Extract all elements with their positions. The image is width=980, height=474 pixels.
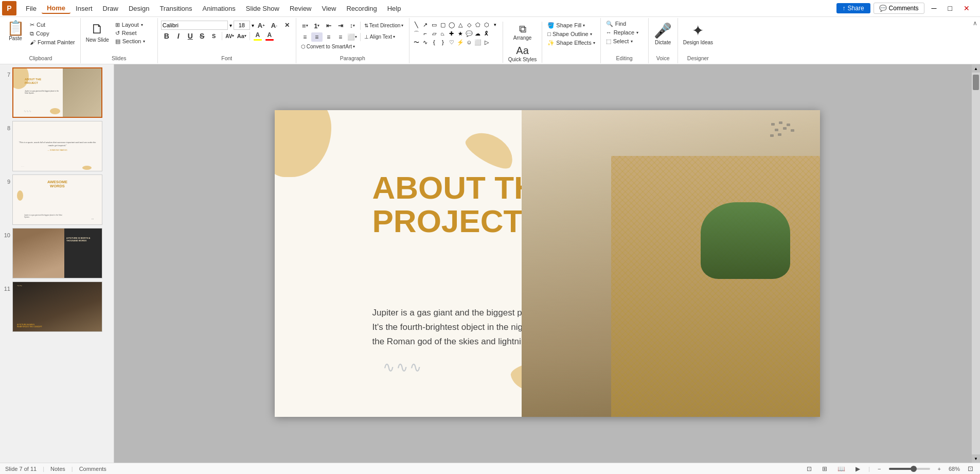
- increase-font-button[interactable]: A+: [256, 21, 267, 30]
- shape-lightning[interactable]: ⚡: [456, 38, 465, 46]
- font-case-button[interactable]: Aa▾: [236, 31, 247, 41]
- shape-diamond[interactable]: ◇: [465, 21, 473, 29]
- shape-fill-button[interactable]: 🪣 Shape Fill ▾: [545, 22, 597, 29]
- shape-effects-button[interactable]: ✨ Shape Effects ▾: [545, 39, 597, 47]
- shape-flowchart[interactable]: ⬜: [474, 38, 482, 46]
- maximize-button[interactable]: □: [944, 3, 956, 13]
- menu-review[interactable]: Review: [284, 4, 317, 13]
- font-name-input[interactable]: [161, 21, 228, 30]
- slideshow-view-button[interactable]: ▶: [853, 464, 862, 473]
- slide-thumb-10[interactable]: 10 A PICTURE IS WORTH A THOUSAND WORDS: [2, 228, 112, 278]
- shape-star[interactable]: ★: [456, 29, 465, 38]
- line-spacing-button[interactable]: ↕▾: [347, 21, 358, 30]
- replace-button[interactable]: ↔ Replace ▾: [604, 29, 645, 37]
- fit-slide-button[interactable]: ⊡: [966, 465, 975, 472]
- comments-count[interactable]: Comments: [79, 466, 106, 472]
- shape-rect[interactable]: ▭: [430, 21, 438, 29]
- shape-freeform[interactable]: 〜: [413, 38, 421, 46]
- shape-hexagon[interactable]: ⬡: [483, 21, 491, 29]
- scroll-down-button[interactable]: ▼: [972, 454, 980, 463]
- decrease-font-button[interactable]: A-: [269, 21, 280, 30]
- reset-button[interactable]: ↺ Reset: [113, 29, 154, 37]
- shape-parallelogram[interactable]: ▱: [430, 29, 438, 38]
- align-text-button[interactable]: ⊥ Align Text ▾: [363, 33, 397, 41]
- shape-outline-button[interactable]: □ Shape Outline ▾: [545, 30, 597, 38]
- slide-preview-10[interactable]: A PICTURE IS WORTH A THOUSAND WORDS: [12, 228, 102, 278]
- reading-view-button[interactable]: 📖: [835, 464, 847, 473]
- slide-thumb-7[interactable]: 7 ABOUT THEPROJECT Jupiter is a gas gian…: [2, 67, 112, 118]
- shape-cloud[interactable]: ☁: [474, 29, 482, 38]
- highlight-color-button[interactable]: A: [252, 31, 263, 41]
- menu-recording[interactable]: Recording: [341, 4, 382, 13]
- shape-cross[interactable]: ✚: [448, 29, 456, 38]
- shape-curve[interactable]: ⌒: [413, 29, 421, 38]
- close-button[interactable]: ✕: [959, 3, 974, 13]
- font-size-dropdown[interactable]: ▾: [252, 23, 254, 28]
- select-button[interactable]: ⬚ Select ▾: [604, 38, 645, 45]
- shape-oval[interactable]: ◯: [448, 21, 456, 29]
- menu-draw[interactable]: Draw: [98, 4, 123, 13]
- menu-view[interactable]: View: [317, 4, 342, 13]
- shadow-button[interactable]: S: [208, 31, 220, 41]
- shape-more[interactable]: ▾: [491, 21, 500, 29]
- design-ideas-button[interactable]: ✦ Design Ideas: [681, 21, 715, 47]
- numbering-button[interactable]: 1▾: [311, 21, 323, 30]
- shape-action[interactable]: ▷: [483, 38, 491, 46]
- align-left-button[interactable]: ≡: [299, 32, 311, 42]
- bold-button[interactable]: B: [161, 31, 172, 41]
- zoom-out-button[interactable]: −: [876, 466, 882, 472]
- slide-thumb-11[interactable]: 11 A PICTURE ALWAYSREINFORCES THE CONCEP…: [2, 282, 112, 332]
- menu-slideshow[interactable]: Slide Show: [241, 4, 284, 13]
- format-painter-button[interactable]: 🖌 Format Painter: [28, 39, 77, 46]
- shape-callout[interactable]: 💬: [465, 29, 473, 38]
- menu-design[interactable]: Design: [123, 4, 154, 13]
- increase-indent-button[interactable]: ⇥: [335, 21, 346, 30]
- zoom-in-button[interactable]: +: [936, 466, 942, 472]
- slide-canvas[interactable]: ∿∿∿ ABOUT THE PROJECT: [275, 110, 820, 417]
- strikethrough-button[interactable]: S: [197, 31, 208, 41]
- share-button[interactable]: ↑ Share: [836, 3, 870, 13]
- shape-smiley[interactable]: ☺: [465, 38, 473, 46]
- align-right-button[interactable]: ≡: [323, 32, 334, 42]
- vertical-scrollbar[interactable]: ▲ ▼: [972, 64, 980, 463]
- align-center-button[interactable]: ≡: [311, 32, 323, 42]
- scroll-thumb[interactable]: [973, 75, 979, 90]
- copy-button[interactable]: ⧉ Copy: [28, 30, 77, 38]
- font-size-input[interactable]: [234, 21, 250, 30]
- layout-button[interactable]: ⊞ Layout ▾: [113, 21, 154, 29]
- menu-animations[interactable]: Animations: [198, 4, 241, 13]
- collapse-ribbon-button[interactable]: ∧: [971, 18, 979, 28]
- slide-sorter-button[interactable]: ⊞: [820, 464, 829, 473]
- paste-button[interactable]: 📋 Paste: [4, 19, 27, 43]
- clear-format-button[interactable]: ✕: [281, 21, 293, 30]
- find-button[interactable]: 🔍 Find: [604, 20, 645, 28]
- shape-ribbon[interactable]: 🎗: [483, 29, 491, 38]
- font-name-dropdown[interactable]: ▾: [229, 23, 232, 28]
- convert-smartart-button[interactable]: ⬡ Convert to SmartArt ▾: [299, 43, 357, 50]
- columns-button[interactable]: ⬜▾: [347, 32, 358, 42]
- slide-preview-9[interactable]: AWESOMEWORDS Jupiter is a gas giant and …: [12, 174, 102, 225]
- dictate-button[interactable]: 🎤 Dictate: [652, 21, 674, 47]
- text-direction-button[interactable]: ⇅ Text Direction ▾: [363, 22, 405, 29]
- minimize-button[interactable]: ─: [928, 3, 941, 13]
- normal-view-button[interactable]: ⊡: [805, 464, 814, 473]
- new-slide-button[interactable]: 🗋 New Slide: [84, 19, 111, 44]
- menu-home[interactable]: Home: [42, 3, 70, 14]
- notes-button[interactable]: Notes: [50, 466, 65, 472]
- menu-insert[interactable]: Insert: [70, 4, 98, 13]
- italic-button[interactable]: I: [173, 31, 184, 41]
- shape-pentagon[interactable]: ⬠: [474, 21, 482, 29]
- shape-rounded-rect[interactable]: ▢: [439, 21, 447, 29]
- cut-button[interactable]: ✂ Cut: [28, 21, 77, 29]
- shape-triangle[interactable]: △: [456, 21, 465, 29]
- zoom-slider[interactable]: [889, 468, 930, 470]
- justify-button[interactable]: ≡: [335, 32, 346, 42]
- slide-preview-8[interactable]: "This is a quote, words full of wisdom t…: [12, 121, 102, 171]
- slide-thumb-8[interactable]: 8 "This is a quote, words full of wisdom…: [2, 121, 112, 171]
- shape-bend[interactable]: ⌐: [421, 29, 430, 38]
- comments-button[interactable]: 💬 Comments: [874, 3, 924, 14]
- bullets-button[interactable]: ≡▾: [299, 21, 311, 30]
- underline-button[interactable]: U: [185, 31, 196, 41]
- shape-scribble[interactable]: ∿: [421, 38, 430, 46]
- slide-thumb-9[interactable]: 9 AWESOMEWORDS Jupiter is a gas giant an…: [2, 174, 112, 225]
